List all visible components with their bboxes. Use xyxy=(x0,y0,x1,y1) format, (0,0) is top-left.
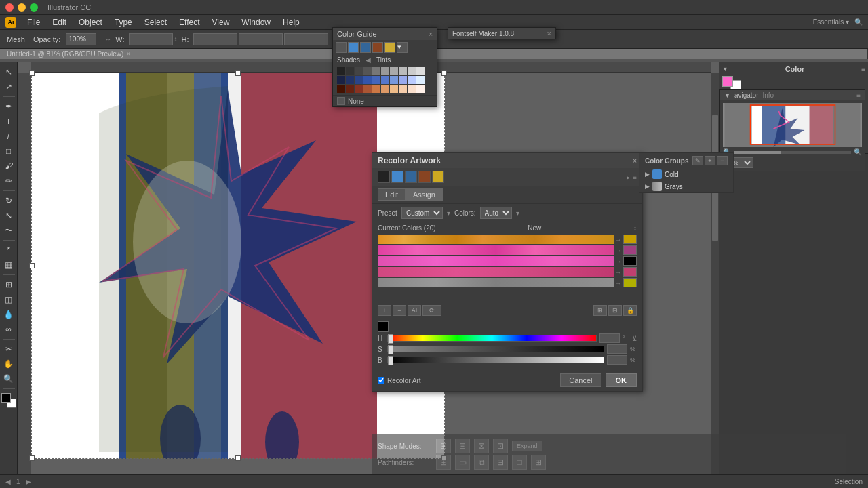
cg-edit-btn[interactable]: ✎ xyxy=(692,156,703,165)
current-bar-2[interactable] xyxy=(378,245,614,255)
eyedropper-tool[interactable]: 💧 xyxy=(2,308,16,321)
h-input[interactable]: 573.407 px xyxy=(193,33,237,45)
menu-view[interactable]: View xyxy=(207,16,235,28)
grid-cell[interactable] xyxy=(408,85,416,93)
colors-select[interactable]: Auto xyxy=(480,207,512,219)
cg-item-grays[interactable]: ▶ Grays xyxy=(639,180,733,192)
menu-object[interactable]: Object xyxy=(73,16,108,28)
menu-select[interactable]: Select xyxy=(139,16,172,28)
grid-cell[interactable] xyxy=(355,76,363,84)
grid-cell[interactable] xyxy=(346,76,354,84)
guide-footer-swatch[interactable] xyxy=(337,97,345,105)
grid-cell[interactable] xyxy=(399,76,407,84)
add-color-btn[interactable]: + xyxy=(378,305,391,316)
menu-edit[interactable]: Edit xyxy=(47,16,72,28)
outline-btn[interactable]: □ xyxy=(512,455,527,470)
grid-cell[interactable] xyxy=(381,76,389,84)
cg-delete-btn[interactable]: − xyxy=(717,156,728,165)
strip-swatch-gold[interactable] xyxy=(432,171,444,183)
w-input[interactable]: 569.062 px xyxy=(129,33,173,45)
grid-cell[interactable] xyxy=(372,76,380,84)
grid-cell[interactable] xyxy=(337,67,345,75)
page-nav-prev[interactable]: ◀ xyxy=(5,478,11,485)
strip-expand[interactable]: ≡ xyxy=(633,174,637,181)
grid-cell[interactable] xyxy=(355,85,363,93)
handle-tr[interactable] xyxy=(441,70,447,76)
zoom-slider[interactable] xyxy=(734,151,851,154)
grid-cell[interactable] xyxy=(408,76,416,84)
grid-cell[interactable] xyxy=(337,85,345,93)
minus-front-btn[interactable]: ⊟ xyxy=(455,439,470,453)
grid-cell[interactable] xyxy=(363,67,372,75)
color-panel-menu[interactable]: ≡ xyxy=(861,66,865,73)
new-color-1[interactable] xyxy=(623,235,637,244)
merge-btn[interactable]: ⊞ xyxy=(593,305,607,316)
new-color-5[interactable] xyxy=(623,278,637,287)
separate-btn[interactable]: ⊟ xyxy=(608,305,622,316)
hand-tool[interactable]: ✋ xyxy=(2,357,16,371)
handle-ml[interactable] xyxy=(29,263,35,268)
exclude-btn[interactable]: ⊡ xyxy=(493,439,508,453)
new-color-2[interactable] xyxy=(623,245,637,255)
handle-bc[interactable] xyxy=(235,455,241,461)
grid-cell[interactable] xyxy=(390,67,398,75)
crop-btn[interactable]: ⊟ xyxy=(493,455,508,470)
x-input[interactable]: 1138.272 px xyxy=(239,33,283,45)
current-bar-3[interactable] xyxy=(378,256,614,266)
cg-item-cold[interactable]: ▶ Cold xyxy=(639,168,733,180)
hsb-link-icon[interactable]: ⊻ xyxy=(632,335,637,342)
grid-cell[interactable] xyxy=(390,76,398,84)
merge-btn[interactable]: ⧉ xyxy=(474,455,489,470)
unite-btn[interactable]: ⊞ xyxy=(436,439,451,453)
recolor-art-checkbox[interactable] xyxy=(378,377,384,384)
guide-swatch-gold[interactable] xyxy=(384,42,395,53)
maximize-btn[interactable] xyxy=(30,3,38,12)
shades-label[interactable]: Shades xyxy=(337,56,360,64)
b-value-input[interactable]: 0 xyxy=(607,355,627,365)
pencil-tool[interactable]: ✏ xyxy=(2,174,16,188)
close-btn[interactable] xyxy=(5,3,14,12)
rect-tool[interactable]: □ xyxy=(2,144,16,158)
info-tab[interactable]: Info xyxy=(763,92,774,99)
strip-arrow[interactable]: ▸ xyxy=(627,174,630,181)
ok-button[interactable]: OK xyxy=(606,373,637,387)
grid-cell[interactable] xyxy=(363,85,372,93)
expand-btn[interactable]: Expand xyxy=(512,441,542,451)
random-btn[interactable]: ⟳ xyxy=(422,305,441,316)
grid-cell[interactable] xyxy=(381,67,389,75)
fg-bg-color-swatches[interactable] xyxy=(1,393,16,408)
assign-tab[interactable]: Assign xyxy=(406,188,443,201)
nav-thumbnail[interactable] xyxy=(723,103,862,147)
grid-cell[interactable] xyxy=(363,76,372,84)
cancel-button[interactable]: Cancel xyxy=(560,373,601,387)
trim-btn[interactable]: ▭ xyxy=(455,455,470,470)
handle-bl[interactable] xyxy=(29,455,35,461)
grid-cell[interactable] xyxy=(408,67,416,75)
grid-cell[interactable] xyxy=(399,67,407,75)
grid-cell[interactable] xyxy=(416,85,425,93)
menu-type[interactable]: Type xyxy=(109,16,138,28)
divide-btn[interactable]: ⊞ xyxy=(436,455,451,470)
guide-swatch-darkblue[interactable] xyxy=(360,42,371,53)
grid-cell[interactable] xyxy=(346,67,354,75)
current-bar-1[interactable] xyxy=(378,235,614,244)
new-color-4[interactable] xyxy=(623,267,637,277)
tints-label[interactable]: Tints xyxy=(376,56,391,64)
handle-tc[interactable] xyxy=(235,70,241,76)
hue-slider[interactable] xyxy=(387,335,597,342)
grid-cell[interactable] xyxy=(416,67,425,75)
sort-icon[interactable]: ↕ xyxy=(633,224,637,232)
edit-tab[interactable]: Edit xyxy=(378,188,406,201)
warp-tool[interactable]: 〜 xyxy=(2,224,16,237)
zoom-tool[interactable]: 🔍 xyxy=(2,372,16,386)
minimize-btn[interactable] xyxy=(18,3,26,12)
line-tool[interactable]: / xyxy=(2,129,16,143)
opacity-input[interactable] xyxy=(66,33,96,45)
navigator-tab[interactable]: avigator xyxy=(734,92,759,99)
rotate-tool[interactable]: ↻ xyxy=(2,194,16,207)
strip-swatch-black[interactable] xyxy=(378,171,390,183)
grid-cell[interactable] xyxy=(346,85,354,93)
bri-slider[interactable] xyxy=(387,357,604,363)
fg-bg-panel-swatches[interactable] xyxy=(722,76,741,91)
intersect-btn[interactable]: ⊠ xyxy=(474,439,489,453)
